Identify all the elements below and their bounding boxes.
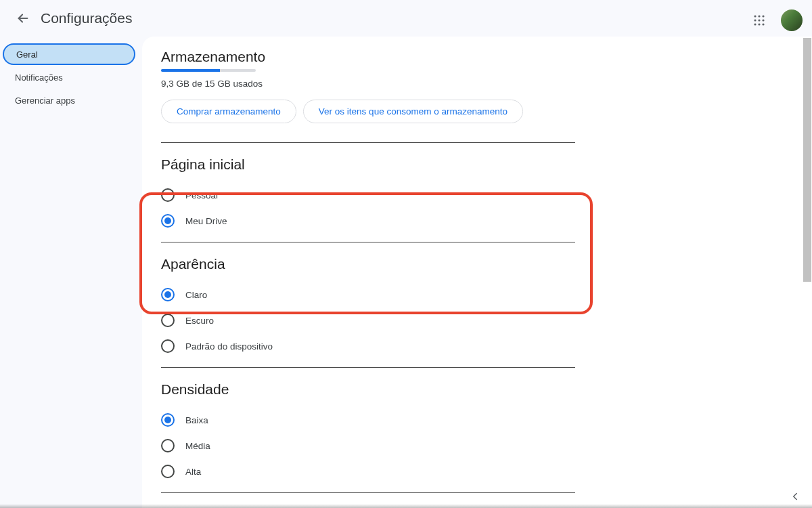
sidebar-item-notifications[interactable]: Notificações <box>3 66 135 88</box>
radio-label: Média <box>185 441 210 451</box>
radio-label: Escuro <box>185 316 214 326</box>
radio-icon <box>161 339 175 353</box>
buy-storage-button[interactable]: Comprar armazenamento <box>161 100 296 123</box>
svg-point-8 <box>762 23 764 25</box>
svg-point-1 <box>758 15 760 17</box>
section-appearance: Aparência Claro Escuro Padrão do disposi… <box>161 242 575 367</box>
sidebar-item-manage-apps[interactable]: Gerenciar apps <box>3 89 135 111</box>
appearance-option-device-default[interactable]: Padrão do dispositivo <box>161 333 575 359</box>
density-option-medium[interactable]: Média <box>161 433 575 459</box>
page-title: Configurações <box>41 10 132 26</box>
svg-point-2 <box>762 15 764 17</box>
header-right <box>746 7 803 34</box>
sidebar-item-general[interactable]: Geral <box>3 43 135 65</box>
section-density: Densidade Baixa Média Alta <box>161 368 575 492</box>
radio-label: Baixa <box>185 415 208 425</box>
radio-label: Meu Drive <box>185 216 227 226</box>
content-inner: Armazenamento 9,3 GB de 15 GB usados Com… <box>161 49 575 508</box>
sidebar-item-label: Gerenciar apps <box>15 96 75 106</box>
density-title: Densidade <box>161 381 575 398</box>
radio-label: Pessoal <box>185 190 218 200</box>
svg-point-3 <box>754 19 756 21</box>
svg-point-4 <box>758 19 760 21</box>
arrow-left-icon <box>16 11 30 26</box>
sidebar-item-label: Notificações <box>15 72 63 83</box>
radio-icon <box>161 314 175 327</box>
apps-launcher-button[interactable] <box>746 7 773 34</box>
radio-icon <box>161 188 175 202</box>
svg-point-7 <box>758 23 760 25</box>
svg-point-5 <box>762 19 764 21</box>
storage-title: Armazenamento <box>161 49 575 65</box>
main-panel: Armazenamento 9,3 GB de 15 GB usados Com… <box>142 37 812 508</box>
section-homepage: Página inicial Pessoal Meu Drive <box>161 143 575 242</box>
storage-button-row: Comprar armazenamento Ver os itens que c… <box>161 100 575 123</box>
account-avatar[interactable] <box>781 9 803 31</box>
radio-icon <box>161 465 175 478</box>
storage-usage-text: 9,3 GB de 15 GB usados <box>161 79 575 89</box>
radio-icon <box>161 214 175 228</box>
homepage-option-personal[interactable]: Pessoal <box>161 182 575 208</box>
sidebar: Geral Notificações Gerenciar apps <box>0 37 142 508</box>
back-button[interactable] <box>9 5 37 32</box>
storage-progress-fill <box>161 69 220 72</box>
radio-label: Claro <box>185 290 207 300</box>
svg-point-0 <box>754 15 756 17</box>
footer-shadow <box>0 504 812 508</box>
scroll-area[interactable]: Armazenamento 9,3 GB de 15 GB usados Com… <box>142 37 812 508</box>
appearance-option-light[interactable]: Claro <box>161 282 575 308</box>
storage-progress <box>161 69 256 72</box>
header: Configurações <box>0 0 812 37</box>
layout: Geral Notificações Gerenciar apps Armaze… <box>0 37 812 508</box>
scrollbar-track[interactable] <box>803 38 812 501</box>
appearance-title: Aparência <box>161 256 575 272</box>
radio-icon <box>161 413 175 427</box>
chevron-left-icon <box>789 490 801 503</box>
appearance-option-dark[interactable]: Escuro <box>161 308 575 333</box>
scrollbar-thumb[interactable] <box>803 38 811 282</box>
radio-label: Padrão do dispositivo <box>185 341 273 352</box>
sidebar-item-label: Geral <box>16 49 38 60</box>
radio-icon <box>161 288 175 301</box>
section-storage: Armazenamento 9,3 GB de 15 GB usados Com… <box>161 49 575 142</box>
svg-point-6 <box>754 23 756 25</box>
density-option-high[interactable]: Alta <box>161 459 575 484</box>
radio-label: Alta <box>185 467 201 477</box>
density-option-low[interactable]: Baixa <box>161 407 575 433</box>
homepage-title: Página inicial <box>161 156 575 173</box>
side-panel-toggle[interactable] <box>789 490 801 505</box>
view-storage-items-button[interactable]: Ver os itens que consomem o armazenament… <box>303 100 523 123</box>
radio-icon <box>161 439 175 452</box>
homepage-option-mydrive[interactable]: Meu Drive <box>161 208 575 234</box>
apps-grid-icon <box>753 14 765 26</box>
